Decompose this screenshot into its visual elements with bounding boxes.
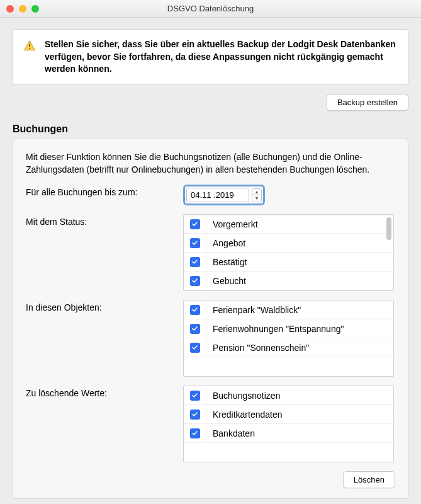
warning-text: Stellen Sie sicher, dass Sie über ein ak…: [45, 38, 398, 76]
titlebar: DSGVO Datenlöschung: [0, 0, 421, 18]
list-item[interactable]: Ferienpark "Waldblick": [184, 301, 393, 319]
list-item-label: Kreditkartendaten: [206, 410, 283, 420]
list-item-empty: [184, 443, 393, 462]
objects-listbox[interactable]: Ferienpark "Waldblick" Ferienwohnungen "…: [183, 300, 394, 377]
values-listbox[interactable]: Buchungsnotizen Kreditkartendaten Bankda…: [183, 386, 394, 462]
window-controls: [6, 5, 39, 13]
section-description: Mit dieser Funktion können Sie die Buchu…: [26, 151, 395, 176]
warning-icon: [23, 40, 36, 52]
checkbox[interactable]: [190, 238, 200, 248]
status-listbox[interactable]: Vorgemerkt Angebot Bestätigt Gebucht: [183, 214, 394, 291]
list-item[interactable]: Buchungsnotizen: [184, 386, 393, 405]
objects-label: In diesen Objekten:: [26, 300, 183, 312]
close-window-button[interactable]: [6, 5, 14, 13]
list-item-label: Pension "Sonnenschein": [206, 343, 309, 353]
stepper-down-button[interactable]: ▼: [252, 195, 261, 202]
stepper-up-button[interactable]: ▲: [252, 189, 261, 195]
checkbox[interactable]: [190, 257, 200, 267]
section-title: Buchungen: [13, 123, 408, 135]
scrollbar-thumb[interactable]: [386, 217, 391, 240]
minimize-window-button[interactable]: [19, 5, 26, 13]
list-item[interactable]: Bestätigt: [184, 253, 393, 272]
checkbox[interactable]: [190, 428, 200, 438]
window-content: Stellen Sie sicher, dass Sie über ein ak…: [0, 18, 421, 504]
status-row: Mit dem Status: Vorgemerkt Angebot Bestä…: [26, 214, 395, 291]
list-item[interactable]: Gebucht: [184, 272, 393, 290]
list-item[interactable]: Angebot: [184, 234, 393, 253]
list-item-label: Bankdaten: [206, 428, 255, 438]
maximize-window-button[interactable]: [31, 5, 39, 13]
delete-button-row: Löschen: [26, 471, 395, 488]
backup-button-row: Backup erstellen: [13, 94, 408, 111]
list-item-label: Vorgemerkt: [206, 219, 258, 229]
checkbox[interactable]: [190, 343, 200, 353]
list-item-label: Bestätigt: [206, 257, 247, 267]
list-item-label: Buchungsnotizen: [206, 391, 280, 401]
bookings-panel: Mit dieser Funktion können Sie die Buchu…: [13, 139, 408, 500]
list-item[interactable]: Kreditkartendaten: [184, 405, 393, 424]
list-item[interactable]: Vorgemerkt: [184, 215, 393, 234]
list-item[interactable]: Pension "Sonnenschein": [184, 338, 393, 357]
values-label: Zu löschende Werte:: [26, 386, 183, 398]
checkbox[interactable]: [190, 410, 200, 420]
checkbox[interactable]: [190, 391, 200, 401]
date-field-wrapper: ▲ ▼: [183, 185, 265, 205]
svg-rect-1: [29, 48, 30, 49]
checkbox[interactable]: [190, 219, 200, 229]
checkbox[interactable]: [190, 324, 200, 334]
date-label: Für alle Buchungen bis zum:: [26, 185, 183, 197]
backup-button[interactable]: Backup erstellen: [327, 94, 408, 111]
list-item-empty: [184, 357, 393, 376]
objects-row: In diesen Objekten: Ferienpark "Waldblic…: [26, 300, 395, 377]
status-label: Mit dem Status:: [26, 214, 183, 227]
checkbox[interactable]: [190, 276, 200, 286]
svg-rect-0: [29, 44, 30, 47]
date-stepper: ▲ ▼: [252, 188, 262, 202]
date-input[interactable]: [186, 188, 249, 202]
values-row: Zu löschende Werte: Buchungsnotizen Kred…: [26, 386, 395, 462]
list-item-label: Angebot: [206, 238, 245, 248]
list-item-label: Gebucht: [206, 276, 246, 286]
list-item[interactable]: Bankdaten: [184, 424, 393, 443]
list-item-label: Ferienwohnungen "Entspannung": [206, 324, 344, 334]
warning-banner: Stellen Sie sicher, dass Sie über ein ak…: [13, 29, 408, 85]
delete-button[interactable]: Löschen: [343, 471, 395, 488]
list-item-label: Ferienpark "Waldblick": [206, 305, 301, 315]
checkbox[interactable]: [190, 305, 200, 315]
list-item[interactable]: Ferienwohnungen "Entspannung": [184, 319, 393, 338]
date-row: Für alle Buchungen bis zum: ▲ ▼: [26, 185, 395, 205]
window-title: DSGVO Datenlöschung: [6, 4, 415, 13]
